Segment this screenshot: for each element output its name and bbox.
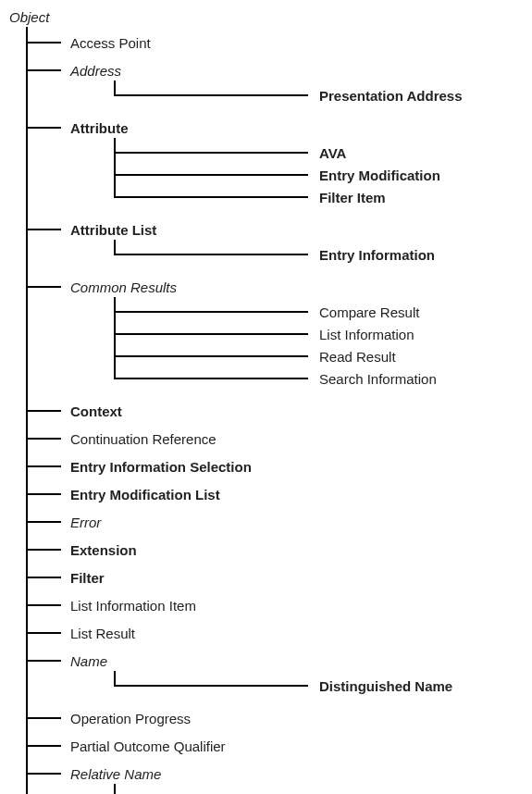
node-entry-information-selection: Entry Information Selection (26, 451, 523, 478)
tree-connector-icon (26, 286, 61, 288)
tree-connector-icon (26, 410, 61, 412)
tree-connector-icon (26, 69, 61, 71)
tree-connector-icon (114, 174, 308, 176)
node-partial-outcome-qualifier: Partial Outcome Qualifier (26, 730, 523, 758)
tree-connector-icon (114, 152, 308, 154)
node-context: Context (26, 395, 523, 423)
node-attribute: Attribute AVA Entry Modification Filter … (26, 112, 523, 214)
node-name: Name Distinguished Name (26, 645, 523, 702)
children-address: Presentation Address (114, 84, 523, 106)
label-list-information-item: List Information Item (70, 598, 196, 614)
label-filter-item: Filter Item (319, 190, 386, 205)
children-name: Distinguished Name (114, 675, 523, 697)
tree-connector-icon (26, 604, 61, 606)
node-error: Error (26, 506, 523, 534)
node-address: Address Presentation Address (26, 55, 523, 112)
node-entry-modification-list: Entry Modification List (26, 478, 523, 506)
node-search-information: Search Information (114, 367, 523, 390)
label-compare-result: Compare Result (319, 304, 419, 320)
tree-connector-icon (26, 127, 61, 129)
tree-connector-icon (26, 549, 61, 551)
tree-connector-icon (26, 773, 61, 775)
tree-connector-icon (114, 355, 308, 357)
node-list-information: List Information (114, 323, 523, 345)
label-attribute-list: Attribute List (70, 222, 156, 238)
tree-connector-icon (114, 94, 308, 96)
node-attribute-list: Attribute List Entry Information (26, 214, 523, 271)
label-search-information: Search Information (319, 371, 437, 387)
tree-connector-icon (114, 254, 308, 255)
node-compare-result: Compare Result (114, 301, 523, 323)
tree-connector-icon (26, 745, 61, 747)
children-common-results: Compare Result List Information Read Res… (114, 301, 523, 390)
node-entry-information: Entry Information (114, 243, 523, 266)
tree-connector-icon (26, 717, 61, 719)
tree-connector-icon (114, 685, 308, 687)
tree-connector-icon (114, 311, 308, 313)
label-common-results: Common Results (70, 279, 177, 295)
node-list-result: List Result (26, 617, 523, 645)
label-operation-progress: Operation Progress (70, 711, 191, 726)
node-read-result: Read Result (114, 345, 523, 367)
label-partial-outcome-qualifier: Partial Outcome Qualifier (70, 738, 226, 754)
label-relative-name: Relative Name (70, 766, 161, 782)
children-attribute-list: Entry Information (114, 243, 523, 266)
node-extension: Extension (26, 534, 523, 562)
label-context: Context (70, 403, 122, 419)
tree-connector-icon (26, 660, 61, 662)
label-error: Error (70, 515, 101, 530)
tree-connector-icon (114, 196, 308, 198)
tree-connector-icon (26, 229, 61, 230)
root-object: Object (9, 9, 523, 25)
node-filter-item: Filter Item (114, 186, 523, 208)
label-list-result: List Result (70, 626, 135, 641)
label-name: Name (70, 653, 107, 669)
node-operation-progress: Operation Progress (26, 702, 523, 730)
label-presentation-address: Presentation Address (319, 88, 463, 104)
node-list-information-item: List Information Item (26, 589, 523, 617)
node-ava: AVA (114, 142, 523, 164)
label-distinguished-name: Distinguished Name (319, 678, 452, 694)
tree-connector-icon (26, 632, 61, 634)
tree-connector-icon (26, 438, 61, 440)
node-relative-name: Relative Name Relative Distinguished Nam… (26, 758, 523, 794)
label-entry-information: Entry Information (319, 247, 435, 263)
class-tree: Access Point Address Presentation Addres… (26, 27, 523, 794)
tree-connector-icon (26, 521, 61, 523)
label-attribute: Attribute (70, 120, 129, 136)
label-entry-modification-list: Entry Modification List (70, 487, 220, 502)
node-distinguished-name: Distinguished Name (114, 675, 523, 697)
tree-connector-icon (26, 42, 61, 43)
label-ava: AVA (319, 145, 346, 161)
node-continuation-reference: Continuation Reference (26, 423, 523, 451)
node-relative-distinguished-name: Relative Distinguished Name (114, 788, 523, 794)
tree-connector-icon (114, 378, 308, 379)
node-common-results: Common Results Compare Result List Infor… (26, 271, 523, 395)
label-list-information: List Information (319, 327, 414, 342)
label-entry-modification: Entry Modification (319, 167, 440, 183)
label-read-result: Read Result (319, 349, 396, 365)
tree-connector-icon (26, 493, 61, 495)
node-filter: Filter (26, 562, 523, 589)
label-entry-information-selection: Entry Information Selection (70, 459, 252, 475)
node-presentation-address: Presentation Address (114, 84, 523, 106)
label-relative-distinguished-name: Relative Distinguished Name (319, 791, 510, 795)
label-extension: Extension (70, 542, 137, 558)
node-entry-modification: Entry Modification (114, 164, 523, 186)
children-relative-name: Relative Distinguished Name (114, 788, 523, 794)
tree-connector-icon (26, 577, 61, 578)
node-access-point: Access Point (26, 27, 523, 55)
label-filter: Filter (70, 570, 105, 586)
tree-connector-icon (114, 333, 308, 335)
label-address: Address (70, 63, 121, 79)
tree-connector-icon (26, 465, 61, 467)
label-access-point: Access Point (70, 35, 151, 51)
children-attribute: AVA Entry Modification Filter Item (114, 142, 523, 208)
label-continuation-reference: Continuation Reference (70, 431, 217, 447)
